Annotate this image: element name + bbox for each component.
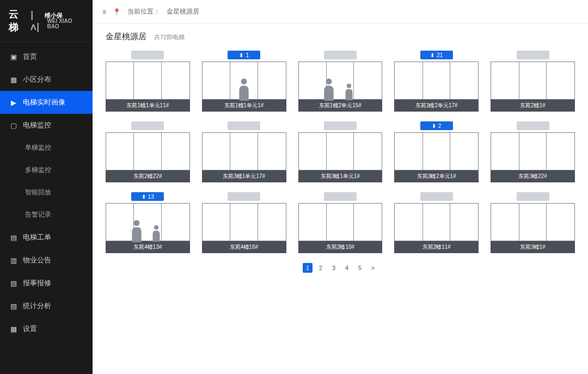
sidebar-item-label: 单梯监控 (25, 143, 51, 152)
floor-number (532, 123, 534, 129)
elevator-label: 东苑3幢22# (491, 170, 575, 182)
sidebar-item-label: 物业公告 (23, 255, 51, 265)
logo: 云梯 |ᴧ| 维小保 WEI XIAO BAO (0, 0, 93, 42)
elevator-card[interactable]: ⬍ 2 东苑3幢2单元1# (394, 121, 479, 182)
floor-number: 21 (437, 52, 443, 58)
page-5[interactable]: 5 (355, 263, 365, 273)
settings-icon: ▩ (10, 325, 17, 333)
elevator-door (298, 203, 383, 241)
svg-point-3 (133, 220, 139, 226)
elevator-label: 东苑1幢1单元1# (202, 100, 286, 112)
elevator-label: 东苑1幢2单元15# (298, 100, 383, 112)
sidebar-item-label: 电梯监控 (23, 120, 51, 130)
sidebar-item-电梯监控[interactable]: ▢ 电梯监控 (0, 114, 93, 137)
elevator-card[interactable]: 东苑4幢16# (202, 192, 286, 253)
elevator-door (394, 132, 479, 170)
next-page[interactable]: > (368, 263, 378, 273)
svg-point-2 (347, 84, 351, 88)
elevator-card[interactable]: 东苑2幢1# (491, 51, 575, 112)
svg-point-1 (326, 78, 332, 84)
elevator-card[interactable]: 东苑2幢10# (298, 192, 383, 253)
elevator-label: 东苑3幢1# (491, 241, 575, 253)
page-subtitle: 共72部电梯 (154, 33, 185, 41)
stats-icon: ▨ (10, 302, 17, 310)
elevator-card[interactable]: 东苑3幢22# (491, 121, 575, 182)
floor-badge (324, 51, 357, 59)
floor-number (340, 194, 341, 200)
nav-list: ▣ 首页▦ 小区分布▶ 电梯实时画像▢ 电梯监控单梯监控多梯监控智能回放告警记录… (0, 42, 93, 340)
sidebar-item-label: 报事报修 (23, 278, 51, 288)
ticket-icon: ▤ (10, 234, 17, 241)
logo-text: 云梯 (9, 8, 27, 34)
floor-badge (517, 121, 549, 130)
floor-number (532, 194, 534, 200)
elevator-door (394, 203, 479, 241)
elevator-door (394, 62, 479, 100)
floor-badge (420, 192, 453, 201)
elevator-card[interactable]: 东苑1幢2单元15# (298, 51, 383, 112)
sidebar-item-label: 首页 (23, 52, 37, 62)
home-icon: ▣ (10, 53, 17, 60)
elevator-label: 东苑3幢1单元17# (202, 170, 286, 182)
arrow-icon: ⬍ (239, 52, 243, 58)
sidebar-subitem-告警记录[interactable]: 告警记录 (0, 204, 93, 226)
logo-brand-en: WEI XIAO BAO (47, 19, 84, 29)
repair-icon: ▧ (10, 279, 17, 287)
elevator-card[interactable]: 东苑3幢1单元1# (298, 121, 383, 182)
floor-badge: ⬍ 21 (420, 51, 453, 59)
elevator-card[interactable]: ⬍ 1 东苑1幢1单元1# (202, 51, 286, 112)
floor-number (532, 52, 534, 58)
sidebar-item-label: 设置 (23, 324, 37, 334)
elevator-card[interactable]: 东苑3幢1# (491, 192, 575, 253)
elevator-door (491, 203, 575, 241)
elevator-label: 东苑3幢2单元1# (394, 170, 479, 182)
notice-icon: ▥ (10, 256, 17, 264)
sidebar-item-label: 智能回放 (25, 188, 51, 197)
page-4[interactable]: 4 (342, 263, 352, 273)
sidebar-subitem-单梯监控[interactable]: 单梯监控 (0, 137, 93, 159)
elevator-card[interactable]: 东苑1幢1单元11# (106, 51, 190, 112)
floor-badge (131, 51, 164, 59)
floor-badge (517, 51, 549, 59)
sidebar-item-label: 小区分布 (23, 75, 51, 84)
elevator-card[interactable]: 东苑2幢11# (394, 192, 479, 253)
elevator-door (202, 62, 286, 100)
elevator-door (106, 62, 190, 100)
sidebar-item-首页[interactable]: ▣ 首页 (0, 45, 93, 68)
floor-badge (131, 121, 164, 130)
sidebar-item-小区分布[interactable]: ▦ 小区分布 (0, 68, 93, 91)
person-icon (322, 77, 336, 99)
elevator-label: 东苑2幢1# (491, 100, 575, 112)
page-2[interactable]: 2 (316, 263, 326, 273)
page-1[interactable]: 1 (303, 263, 313, 273)
sidebar-subitem-智能回放[interactable]: 智能回放 (0, 181, 93, 204)
sidebar-item-物业公告[interactable]: ▥ 物业公告 (0, 249, 93, 272)
sidebar-item-电梯实时画像[interactable]: ▶ 电梯实时画像 (0, 91, 93, 114)
sidebar-item-电梯工单[interactable]: ▤ 电梯工单 (0, 226, 93, 249)
floor-badge: ⬍ 13 (131, 192, 164, 201)
elevator-door (202, 203, 286, 241)
elevator-card[interactable]: ⬍ 13 东苑4幢13# (106, 192, 190, 253)
floor-badge (228, 192, 260, 201)
elevator-card[interactable]: ⬍ 21 东苑1幢2单元17# (394, 51, 479, 112)
elevator-card[interactable]: 东苑3幢1单元17# (202, 121, 286, 182)
floor-badge (324, 121, 357, 130)
page-3[interactable]: 3 (329, 263, 339, 273)
monitor-icon: ▢ (10, 121, 17, 129)
person-icon (344, 83, 354, 99)
elevator-door (491, 132, 575, 170)
elevator-label: 东苑2幢11# (394, 241, 479, 253)
sidebar-subitem-多梯监控[interactable]: 多梯监控 (0, 159, 93, 181)
elevator-card[interactable]: 东苑2幢22# (106, 121, 190, 182)
menu-icon[interactable]: ≡ (102, 8, 106, 16)
person-icon (237, 77, 251, 99)
elevator-label: 东苑4幢16# (202, 241, 286, 253)
sidebar-item-报事报修[interactable]: ▧ 报事报修 (0, 272, 93, 295)
elevator-door (106, 132, 190, 170)
arrow-icon: ⬍ (432, 123, 436, 129)
sidebar-item-设置[interactable]: ▩ 设置 (0, 317, 93, 340)
sidebar-item-label: 多梯监控 (25, 165, 51, 175)
elevator-label: 东苑2幢22# (106, 170, 190, 182)
location-icon: 📍 (113, 8, 121, 16)
sidebar-item-统计分析[interactable]: ▨ 统计分析 (0, 295, 93, 317)
